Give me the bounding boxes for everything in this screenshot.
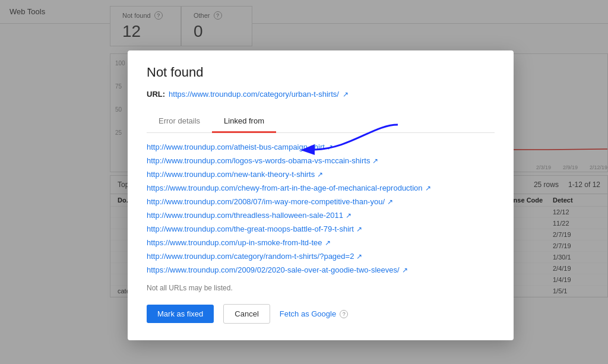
ext-icon-4: ↗ [387,198,393,206]
ext-icon-8: ↗ [356,252,362,261]
list-item: http://www.troundup.com/new-tank-theory-… [147,170,495,179]
ext-icon-3: ↗ [425,184,431,192]
list-item: https://www.troundup.com/up-in-smoke-fro… [147,238,495,247]
ext-icon-0: ↗ [327,143,333,151]
fetch-help-icon: ? [340,310,348,318]
ext-icon-6: ↗ [356,225,362,233]
link-item-1[interactable]: http://www.troundup.com/logos-vs-words-o… [147,156,370,165]
link-item-5[interactable]: http://www.troundup.com/threadless-hallo… [147,211,343,220]
cancel-button[interactable]: Cancel [223,304,270,324]
mark-as-fixed-button[interactable]: Mark as fixed [147,305,214,323]
external-link-icon: ↗ [343,90,349,99]
link-item-0[interactable]: http://www.troundup.com/atheist-bus-camp… [147,143,325,151]
modal-url-row: URL: https://www.troundup.com/category/u… [147,90,495,99]
link-item-9[interactable]: https://www.troundup.com/2009/02/2020-sa… [147,265,400,274]
fetch-as-google-button[interactable]: Fetch as Google ? [280,309,348,318]
list-item: http://www.troundup.com/the-great-moops-… [147,224,495,233]
ext-icon-5: ↗ [346,211,352,220]
link-item-3[interactable]: https://www.troundup.com/chewy-from-art-… [147,183,423,192]
list-item: http://www.troundup.com/category/random-… [147,252,495,261]
list-item: http://www.troundup.com/threadless-hallo… [147,211,495,220]
ext-icon-2: ↗ [317,170,323,179]
url-label: URL: [147,90,165,99]
link-item-8[interactable]: http://www.troundup.com/category/random-… [147,252,354,261]
modal-url-link[interactable]: https://www.troundup.com/category/urban-… [169,90,339,99]
link-item-4[interactable]: http://www.troundup.com/2008/07/im-way-m… [147,197,385,206]
modal-title: Not found [147,65,495,80]
link-item-7[interactable]: https://www.troundup.com/up-in-smoke-fro… [147,238,322,247]
tab-linked-from[interactable]: Linked from [212,110,276,133]
modal-note: Not all URLs may be listed. [147,284,495,292]
ext-icon-1: ↗ [372,157,378,165]
modal-buttons: Mark as fixed Cancel Fetch as Google ? [147,304,495,324]
list-item: http://www.troundup.com/atheist-bus-camp… [147,143,495,151]
list-item: https://www.troundup.com/2009/02/2020-sa… [147,265,495,274]
ext-icon-7: ↗ [325,239,331,247]
tab-error-details[interactable]: Error details [147,110,212,133]
ext-icon-9: ↗ [402,266,408,274]
link-item-2[interactable]: http://www.troundup.com/new-tank-theory-… [147,170,315,179]
list-item: https://www.troundup.com/chewy-from-art-… [147,183,495,192]
link-item-6[interactable]: http://www.troundup.com/the-great-moops-… [147,224,354,233]
link-list: http://www.troundup.com/atheist-bus-camp… [147,143,495,274]
modal-dialog: Not found URL: https://www.troundup.com/… [128,50,514,340]
list-item: http://www.troundup.com/logos-vs-words-o… [147,156,495,165]
modal-tabs: Error details Linked from [147,110,495,133]
list-item: http://www.troundup.com/2008/07/im-way-m… [147,197,495,206]
